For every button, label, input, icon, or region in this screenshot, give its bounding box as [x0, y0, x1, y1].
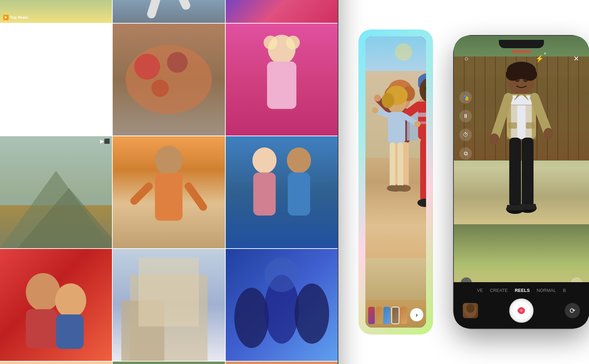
svg-rect-104 [390, 142, 395, 188]
svg-point-28 [263, 35, 277, 49]
mode-b[interactable]: B [563, 288, 566, 293]
side-tool-play[interactable]: ⏸ [459, 110, 472, 122]
grid-image-11 [226, 249, 338, 361]
svg-rect-143 [519, 204, 536, 209]
building-icon [113, 249, 225, 361]
grid-cell-11[interactable] [226, 249, 338, 361]
gradient-border: › [358, 29, 433, 335]
svg-rect-39 [253, 172, 276, 215]
side-tool-sticker[interactable]: 🎭 [459, 91, 472, 104]
svg-point-51 [294, 284, 329, 344]
fashion-icon [226, 24, 338, 136]
mode-selector: VE CREATE REELS NORMAL B [459, 288, 583, 293]
grid-cell-8[interactable] [226, 136, 338, 248]
gallery-thumbnail[interactable] [463, 303, 478, 318]
side-tool-effect[interactable]: ⧉ [459, 147, 472, 160]
reel-background: › [365, 36, 426, 328]
grid-cell-7[interactable] [113, 136, 225, 248]
svg-point-103 [414, 121, 421, 127]
svg-rect-35 [155, 173, 183, 221]
thumbnail-strip [368, 307, 407, 324]
explore-grid: ▶️ Top Reels [0, 0, 338, 364]
capture-button[interactable] [509, 298, 534, 323]
svg-point-25 [167, 52, 188, 73]
forest-icon [113, 362, 225, 364]
landscape-icon [0, 136, 112, 248]
camera-bottom: VE CREATE REELS NORMAL B [454, 282, 589, 328]
svg-point-126 [523, 77, 528, 82]
svg-point-43 [55, 284, 86, 318]
grid-cell-12[interactable] [0, 362, 112, 364]
grid-cell-4[interactable] [113, 24, 225, 136]
grid-cell-14[interactable] [226, 362, 338, 364]
phone-notch-3 [499, 40, 544, 48]
camera-settings-icon[interactable]: ○ [461, 53, 472, 64]
svg-point-136 [490, 133, 499, 145]
group-icon [226, 362, 338, 364]
couple-icon [226, 136, 338, 248]
grid-image-6: ▶⬛ [0, 136, 112, 248]
grid-image-13 [113, 362, 225, 364]
svg-rect-45 [56, 314, 84, 349]
gallery-icon [463, 303, 478, 318]
grid-cell-9[interactable] [0, 249, 112, 361]
mode-reels[interactable]: REELS [515, 288, 530, 293]
recording-bar [512, 51, 531, 53]
grid-image-4 [113, 24, 225, 136]
grid-cell-2[interactable] [113, 0, 225, 23]
close-camera-icon[interactable]: ✕ [571, 53, 582, 64]
thumb-5[interactable] [400, 307, 407, 324]
grid-cell-6[interactable]: ▶⬛ [0, 136, 112, 248]
thumb-1[interactable] [368, 307, 375, 324]
grid-cell-5[interactable] [226, 24, 338, 136]
grid-image-10 [113, 249, 225, 361]
pavement [365, 258, 426, 300]
grid-cell-1[interactable]: ▶️ Top Reels [0, 0, 112, 23]
svg-point-24 [134, 54, 160, 80]
svg-point-137 [544, 128, 553, 139]
grid-cell-13[interactable] [113, 362, 225, 364]
svg-line-16 [151, 0, 160, 14]
face-icon [0, 362, 112, 364]
svg-rect-131 [526, 105, 536, 139]
top-reels-label: ▶️ Top Reels [3, 15, 28, 20]
svg-point-34 [155, 146, 183, 175]
thumb-4-active[interactable] [391, 307, 399, 324]
mode-create[interactable]: CREATE [490, 288, 508, 293]
svg-point-23 [126, 45, 212, 114]
flash-icon[interactable]: ⚡ ✕ [534, 53, 545, 64]
svg-point-101 [372, 107, 378, 113]
basketball-icon [226, 0, 338, 23]
grid-image-12 [0, 362, 112, 364]
grid-cell-3[interactable]: ⊞ [226, 0, 338, 23]
mode-ve[interactable]: VE [477, 288, 483, 293]
grid-image-3: ⊞ [226, 0, 338, 23]
svg-line-135 [535, 97, 547, 131]
outdoor-icon [113, 136, 225, 248]
svg-rect-44 [26, 309, 57, 348]
phone3-camera: ○ ⚡ ✕ ✕ 🎭 ⏸ ⏱ ⧉ ‹ [454, 36, 589, 328]
phone2-screen: › [365, 36, 426, 328]
svg-line-37 [189, 186, 203, 207]
right-dancer-icon [371, 85, 423, 237]
svg-rect-48 [139, 258, 199, 327]
thumb-3[interactable] [383, 307, 390, 324]
thumb-2[interactable] [376, 307, 382, 324]
svg-point-40 [287, 147, 311, 173]
food-icon [113, 24, 225, 136]
next-reel-button[interactable]: › [410, 308, 423, 321]
svg-line-100 [377, 111, 389, 115]
phone1-explore: 9:41 [0, 0, 338, 364]
side-tool-timer[interactable]: ⏱ [459, 129, 472, 141]
camera-top-bar: ○ ⚡ ✕ ✕ [454, 53, 589, 64]
svg-rect-30 [267, 61, 296, 109]
mode-normal[interactable]: NORMAL [537, 288, 556, 293]
camera-side-tools: 🎭 ⏸ ⏱ ⧉ [459, 91, 472, 160]
svg-point-29 [286, 35, 300, 49]
camera-person-icon [476, 57, 566, 251]
person-jumping-icon [113, 0, 225, 23]
flip-camera-button[interactable]: ⟳ [565, 303, 580, 318]
svg-point-52 [264, 258, 298, 292]
grid-cell-10[interactable] [113, 249, 225, 361]
svg-line-17 [177, 0, 186, 6]
